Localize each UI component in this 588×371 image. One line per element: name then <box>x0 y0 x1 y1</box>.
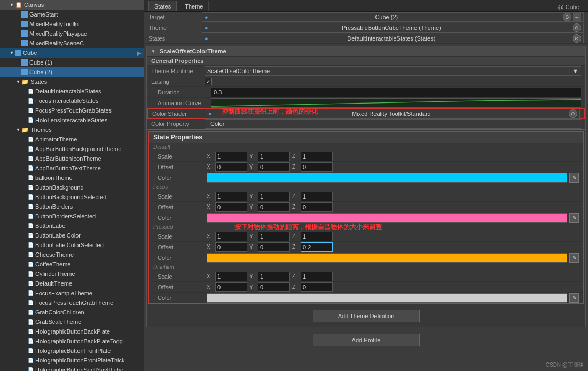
add-profile-container: Add Profile <box>144 329 588 353</box>
default-scale-y[interactable] <box>258 152 290 161</box>
color-property-dropdown[interactable]: _Color − <box>205 119 581 129</box>
easing-checkbox[interactable]: ✓ <box>205 78 212 85</box>
hierarchy-holostates[interactable]: 📄 HoloLensInteractableStates <box>0 115 144 125</box>
theme-select-btn[interactable]: ⊙ <box>573 23 581 32</box>
tab-theme[interactable]: Theme <box>179 1 209 11</box>
hierarchy-states-folder[interactable]: ▼ 📁 States <box>0 77 144 86</box>
hierarchy-themes-folder[interactable]: ▼ 📁 Themes <box>0 125 144 135</box>
hierarchy-appbarbg[interactable]: 📄 AppBarButtonBackgroundTheme <box>0 144 144 154</box>
duration-input[interactable] <box>211 88 581 97</box>
hierarchy-cube[interactable]: ▼ Cube ▶ <box>0 48 144 58</box>
hierarchy-focuspresstouchgrab[interactable]: 📄 FocusPressTouchGrabTheme <box>0 298 144 307</box>
target-remove-btn[interactable]: − <box>573 13 581 21</box>
hierarchy-focusgrab[interactable]: 📄 FocusPressTouchGrabStates <box>0 106 144 115</box>
disabled-scale-z[interactable] <box>301 272 333 281</box>
general-props-header: General Properties <box>147 57 585 66</box>
hierarchy-cube2[interactable]: Cube (2) <box>0 67 144 77</box>
pressed-scale-x[interactable] <box>215 232 247 241</box>
hierarchy-balloon[interactable]: 📄 balloonTheme <box>0 173 144 183</box>
hierarchy-holoseelt1[interactable]: 📄 HolographicButtonSeeltSayItLabe <box>0 365 144 371</box>
default-scale-z[interactable] <box>301 152 333 161</box>
pressed-offset-z[interactable] <box>301 242 333 252</box>
hierarchy-holofp[interactable]: 📄 HolographicButtonFrontPlate <box>0 346 144 356</box>
cs-select-btn[interactable]: ⊙ <box>569 109 577 118</box>
default-color-bar[interactable] <box>207 173 567 183</box>
hierarchy-cylindertheme[interactable]: 📄 CylinderTheme <box>0 269 144 279</box>
focus-color-picker[interactable]: ✎ <box>569 213 579 223</box>
disabled-color-picker[interactable]: ✎ <box>569 293 579 303</box>
target-select-btn[interactable]: ⊙ <box>563 13 571 21</box>
hierarchy-defaulttheme[interactable]: 📄 DefaultTheme <box>0 279 144 288</box>
default-scale-x[interactable] <box>215 152 247 161</box>
hierarchy-holobp[interactable]: 📄 HolographicButtonBackPlate <box>0 327 144 336</box>
default-offset-z[interactable] <box>301 162 333 172</box>
color-shader-label: Color Shader <box>152 110 206 117</box>
pressed-color-bar[interactable] <box>207 253 567 263</box>
inspector-content: Target ● Cube (2) ⊙ − Theme ● PressableB… <box>144 12 588 371</box>
hierarchy-animatortheme[interactable]: 📄 AnimatorTheme <box>0 135 144 144</box>
hierarchy-holobptogg[interactable]: 📄 HolographicButtonBackPlateTogg <box>0 336 144 346</box>
hierarchy-buttonbg[interactable]: 📄 ButtonBackground <box>0 183 144 192</box>
disabled-scale-x[interactable] <box>215 272 247 281</box>
pressed-scale-y[interactable] <box>258 232 290 241</box>
hierarchy-buttonlabel[interactable]: 📄 ButtonLabel <box>0 221 144 231</box>
default-color-picker[interactable]: ✎ <box>569 173 579 183</box>
hierarchy-gamestart[interactable]: GameStart <box>0 10 144 19</box>
hierarchy-playspace[interactable]: MixedRealityPlayspac <box>0 29 144 38</box>
focus-scale-x[interactable] <box>215 192 247 201</box>
states-field[interactable]: ● DefaultInteractableStates (States) ⊙ <box>202 34 584 43</box>
focus-offset-z[interactable] <box>301 202 333 212</box>
add-profile-btn[interactable]: Add Profile <box>313 334 420 346</box>
hierarchy-coffeetheme[interactable]: 📄 CoffeeTheme <box>0 259 144 269</box>
hierarchy-mrtk[interactable]: MixedRealityToolkit <box>0 19 144 29</box>
focus-scale-z[interactable] <box>301 192 333 201</box>
disabled-offset-y[interactable] <box>258 282 290 292</box>
pressed-offset-y[interactable] <box>258 242 290 252</box>
focus-offset-y[interactable] <box>258 202 290 212</box>
hierarchy-buttonborders[interactable]: 📄 ButtonBorders <box>0 202 144 211</box>
pressed-scale-label: Scale <box>153 233 207 240</box>
disabled-color-bar[interactable] <box>207 293 567 303</box>
hierarchy-cube1[interactable]: Cube (1) <box>0 58 144 67</box>
default-offset-x[interactable] <box>215 162 247 172</box>
hierarchy-defaultstates[interactable]: 📄 DefaultInteractableStates <box>0 86 144 96</box>
theme-runtime-dropdown[interactable]: ScaleOffsetColorTheme ▼ <box>205 66 581 76</box>
hierarchy-focusstates[interactable]: 📄 FocusInteractableStates <box>0 96 144 106</box>
theme-section-header[interactable]: ▼ ScaleOffsetColorTheme <box>147 46 585 57</box>
hierarchy-holofpthick[interactable]: 📄 HolographicButtonFrontPlateThick <box>0 356 144 365</box>
focus-offset-x[interactable] <box>215 202 247 212</box>
animation-curve-display[interactable] <box>211 98 581 108</box>
disabled-offset-x[interactable] <box>215 282 247 292</box>
tab-states[interactable]: States <box>148 1 177 11</box>
disabled-scale-y[interactable] <box>258 272 290 281</box>
hierarchy-panel[interactable]: ▼ 📋 Canvas GameStart MixedRealityToolkit… <box>0 0 144 371</box>
hierarchy-buttonbgsel[interactable]: 📄 ButtonBackgroundSelected <box>0 192 144 202</box>
pressed-offset-x[interactable] <box>215 242 247 252</box>
default-color-label: Color <box>153 175 207 181</box>
pressed-color-picker[interactable]: ✎ <box>569 253 579 263</box>
pressed-scale-z[interactable] <box>301 232 333 241</box>
disabled-scale-label: Scale <box>153 273 207 280</box>
hierarchy-canvas[interactable]: ▼ 📋 Canvas <box>0 0 144 10</box>
states-select-btn[interactable]: ⊙ <box>573 34 581 43</box>
hierarchy-grabcolor[interactable]: 📄 GrabColorChildren <box>0 307 144 317</box>
hierarchy-buttonlabelcolor[interactable]: 📄 ButtonLabelColor <box>0 231 144 240</box>
hierarchy-appbartext[interactable]: 📄 AppBarButtonTextTheme <box>0 163 144 173</box>
focus-color-bar[interactable] <box>207 213 567 223</box>
hierarchy-appbaricon[interactable]: 📄 AppBarButtonIconTheme <box>0 154 144 163</box>
hierarchy-scene[interactable]: MixedRealitySceneC <box>0 38 144 48</box>
color-shader-field[interactable]: ● Mixed Reality Toolkit/Standard ⊙ <box>206 109 580 119</box>
hierarchy-cheesetheme[interactable]: 📄 CheeseTheme <box>0 250 144 259</box>
si10: 📄 <box>28 223 34 228</box>
pressed-color-value: ✎ <box>207 253 579 263</box>
hierarchy-focusexample[interactable]: 📄 FocusExampleTheme <box>0 288 144 298</box>
default-offset-y[interactable] <box>258 162 290 172</box>
hierarchy-buttonborsel[interactable]: 📄 ButtonBordersSelected <box>0 211 144 221</box>
add-theme-btn[interactable]: Add Theme Definition <box>313 310 420 322</box>
theme-field[interactable]: ● PressableButtonCubeTheme (Theme) ⊙ <box>202 23 584 33</box>
disabled-offset-z[interactable] <box>301 282 333 292</box>
target-field[interactable]: ● Cube (2) ⊙ − <box>202 12 584 22</box>
hierarchy-buttonlabelcolorsel[interactable]: 📄 ButtonLabelColorSelected <box>0 240 144 250</box>
focus-scale-y[interactable] <box>258 192 290 201</box>
hierarchy-grabscale[interactable]: 📄 GrabScaleTheme <box>0 317 144 327</box>
